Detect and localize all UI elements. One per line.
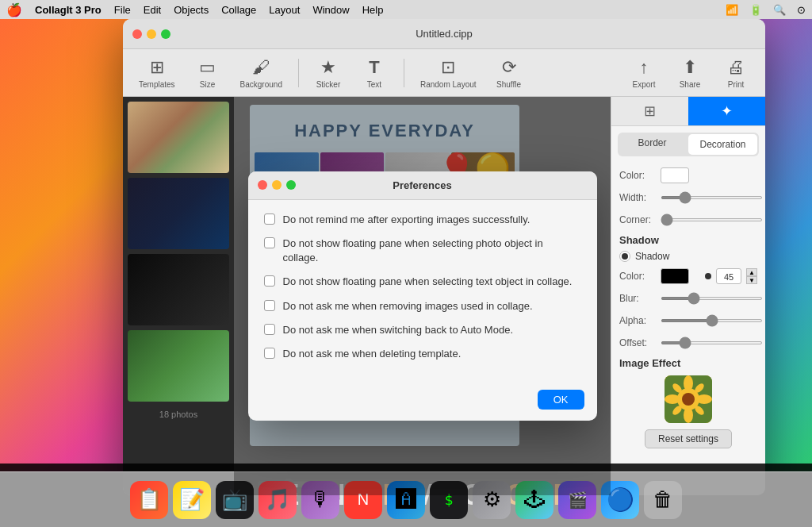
shadow-opacity-up[interactable]: ▲	[746, 268, 757, 276]
pref-checkbox-1[interactable]	[264, 213, 275, 225]
search-icon[interactable]: 🔍	[773, 4, 786, 16]
alpha-row: Alpha: 50 ▲ ▼	[619, 313, 757, 329]
minimize-button[interactable]	[147, 29, 156, 39]
shadow-color-swatch[interactable]	[661, 268, 689, 284]
pref-checkbox-4[interactable]	[264, 300, 275, 311]
menu-window[interactable]: Window	[312, 4, 349, 16]
menu-help[interactable]: Help	[362, 4, 384, 16]
pref-checkbox-6[interactable]	[264, 348, 275, 359]
menu-bar-right: 📶 🔋 🔍 ⊙	[726, 4, 806, 16]
corner-label: Corner:	[619, 214, 656, 225]
close-button[interactable]	[132, 29, 142, 39]
dock-trash[interactable]: 🗑	[644, 481, 682, 519]
shadow-color-label: Color:	[619, 271, 656, 282]
ok-button[interactable]: OK	[538, 390, 584, 410]
alpha-label: Alpha:	[619, 315, 656, 326]
layout-tab-icon: ⊞	[644, 102, 656, 120]
export-button[interactable]: ↑ Export	[622, 54, 665, 92]
svg-point-2	[682, 393, 695, 406]
size-button[interactable]: ▭ Size	[186, 54, 229, 92]
pref-fullscreen-button[interactable]	[286, 180, 296, 190]
app-name[interactable]: CollagIt 3 Pro	[35, 4, 102, 16]
photo-thumb-dark[interactable]	[128, 178, 229, 249]
image-effect-section: Image Effect	[619, 357, 757, 448]
shadow-opacity-down[interactable]: ▼	[746, 276, 757, 284]
print-button[interactable]: 🖨 Print	[714, 54, 757, 92]
blur-slider[interactable]	[661, 297, 763, 300]
offset-row: Offset: 10 ▲ ▼	[619, 335, 757, 351]
pref-minimize-button[interactable]	[272, 180, 282, 190]
window-title: Untitled.cipp	[416, 28, 473, 40]
size-icon: ▭	[199, 57, 216, 78]
background-button[interactable]: 🖌 Background	[232, 54, 290, 92]
export-icon: ↑	[640, 57, 649, 78]
photo-thumb-dog[interactable]	[128, 102, 229, 173]
random-layout-button[interactable]: ⊡ Random Layout	[412, 54, 485, 92]
sticker-button[interactable]: ★ Sticker	[307, 54, 350, 92]
preferences-overlay: Preferences Do not remind me after expor…	[234, 97, 611, 495]
text-button[interactable]: T Text	[353, 54, 396, 92]
dock-reminders[interactable]: 📋	[130, 481, 168, 519]
dock-notes[interactable]: 📝	[173, 481, 211, 519]
photo-thumb-black[interactable]	[128, 254, 229, 325]
width-slider[interactable]	[661, 196, 763, 199]
print-icon: 🖨	[727, 57, 745, 78]
reset-settings-button[interactable]: Reset settings	[645, 429, 732, 448]
shadow-toggle-label: Shadow	[635, 251, 669, 262]
color-label: Color:	[619, 170, 656, 181]
pref-item-2: Do not show floating pane when selecting…	[264, 237, 581, 265]
photo-sidebar: 18 photos	[123, 97, 234, 495]
svg-point-3	[684, 375, 693, 391]
canvas-area[interactable]: HAPPY EVERYDAY 🎈🟡	[234, 97, 611, 495]
width-row: Width: 2 ▲ ▼	[619, 190, 757, 206]
pref-close-button[interactable]	[258, 180, 267, 190]
menu-edit[interactable]: Edit	[144, 4, 161, 16]
photo-thumb-green[interactable]	[128, 330, 229, 402]
templates-button[interactable]: ⊞ Templates	[131, 54, 183, 92]
apple-menu[interactable]: 🍎	[6, 2, 22, 17]
border-tab[interactable]: Border	[618, 133, 687, 153]
svg-point-6	[696, 394, 712, 404]
menu-layout[interactable]: Layout	[269, 4, 300, 16]
color-swatch[interactable]	[661, 167, 689, 183]
shadow-toggle-checkbox[interactable]	[619, 251, 630, 262]
control-center-icon[interactable]: ⊙	[797, 4, 806, 16]
menu-bar-left: 🍎 CollagIt 3 Pro File Edit Objects Colla…	[6, 2, 383, 17]
menu-objects[interactable]: Objects	[174, 4, 209, 16]
pref-checkbox-5[interactable]	[264, 324, 275, 335]
share-button[interactable]: ⬆ Share	[668, 54, 711, 92]
right-panel: ⊞ ✦ Border Decoration Color: Width:	[611, 97, 765, 495]
menu-file[interactable]: File	[114, 4, 131, 16]
shadow-section: Shadow Shadow Color: 45 ▲ ▼	[619, 234, 757, 351]
shadow-opacity-stepper[interactable]: ▲ ▼	[746, 268, 757, 284]
pref-label-5: Do not ask me when switching back to Aut…	[283, 323, 514, 337]
pref-checkbox-2[interactable]	[264, 237, 275, 248]
corner-row: Corner: 0 ▲ ▼	[619, 212, 757, 228]
pref-item-6: Do not ask me when deleting template.	[264, 347, 581, 361]
pref-label-1: Do not remind me after exporting images …	[283, 213, 530, 227]
preferences-body: Do not remind me after exporting images …	[248, 200, 597, 383]
sunflower-preview[interactable]	[665, 375, 712, 423]
offset-slider[interactable]	[661, 341, 763, 344]
shuffle-button[interactable]: ⟳ Shuffle	[488, 54, 530, 92]
corner-slider[interactable]	[661, 218, 763, 221]
sticker-icon: ★	[320, 57, 336, 78]
main-content: 18 photos HAPPY EVERYDAY 🎈🟡	[123, 97, 765, 495]
panel-tab-decoration[interactable]: ✦	[688, 97, 765, 125]
pref-item-4: Do not ask me when removing images used …	[264, 299, 581, 314]
decoration-subtab[interactable]: Decoration	[688, 134, 757, 155]
alpha-slider[interactable]	[661, 319, 763, 322]
panel-body: Color: Width: 2 ▲ ▼ Corner:	[611, 163, 765, 495]
shadow-opacity-value: 45	[716, 268, 741, 284]
svg-point-5	[665, 394, 680, 404]
shadow-header: Shadow	[619, 234, 757, 246]
pref-label-2: Do not show floating pane when selecting…	[283, 237, 581, 265]
templates-icon: ⊞	[150, 57, 164, 78]
panel-tab-layout[interactable]: ⊞	[611, 97, 688, 125]
menu-collage[interactable]: Collage	[221, 4, 256, 16]
pref-checkbox-3[interactable]	[264, 275, 275, 287]
preferences-dialog: Preferences Do not remind me after expor…	[248, 171, 597, 421]
system-bar: 🍎 CollagIt 3 Pro File Edit Objects Colla…	[0, 0, 812, 19]
offset-label: Offset:	[619, 337, 656, 348]
fullscreen-button[interactable]	[161, 29, 170, 39]
